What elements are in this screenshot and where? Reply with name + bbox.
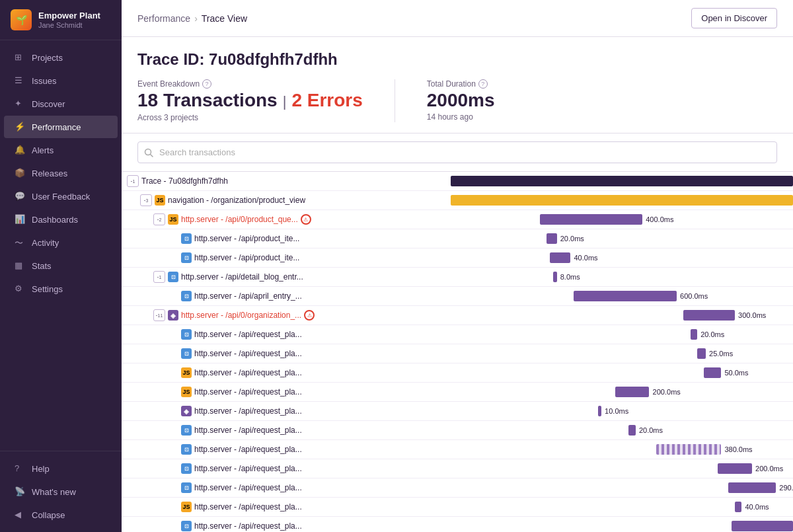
- search-input[interactable]: [137, 141, 777, 163]
- sidebar-item-label: Alerts: [32, 145, 54, 155]
- sidebar-item-stats[interactable]: ▦ Stats: [4, 254, 118, 277]
- discover-icon: ✦: [15, 98, 25, 109]
- trace-bar: [628, 425, 635, 436]
- sidebar-item-dashboards[interactable]: 📊 Dashboards: [4, 208, 118, 231]
- trace-right: 20.0ms: [451, 325, 793, 344]
- open-in-discover-button[interactable]: Open in Discover: [691, 8, 777, 28]
- transactions-count: 18 Transactions: [137, 91, 278, 110]
- settings-icon: ⚙: [15, 284, 25, 294]
- trace-left: ⊡http.server - /api/request_pla...: [122, 519, 451, 532]
- trace-left: -1⊡http.server - /api/detail_blog_entr..…: [122, 269, 451, 285]
- table-row: -2JShttp.server - /api/0/product_que...⚠…: [122, 210, 793, 229]
- server-icon: ⊡: [181, 348, 192, 359]
- trace-left: JShttp.server - /api/request_pla...: [122, 500, 451, 514]
- server-icon: ⊡: [181, 444, 192, 455]
- trace-title: Trace ID: 7u08dfghfh7dfhh: [137, 50, 777, 69]
- sidebar-item-releases[interactable]: 📦 Releases: [4, 162, 118, 184]
- trace-left: -11◈http.server - /api/0/organization_..…: [122, 307, 451, 323]
- breadcrumb-current: Trace View: [202, 13, 247, 24]
- sidebar-item-performance[interactable]: ⚡ Performance: [4, 116, 118, 138]
- trace-left: ⊡http.server - /api/request_pla...: [122, 480, 451, 495]
- bar-label: 300.0ms: [738, 311, 766, 319]
- js-icon: JS: [168, 214, 178, 225]
- sidebar-item-discover[interactable]: ✦ Discover: [4, 93, 118, 115]
- org-name: Empower Plant: [38, 11, 100, 21]
- sidebar-item-settings[interactable]: ⚙ Settings: [4, 278, 118, 300]
- stats-row: Event Breakdown ? 18 Transactions | 2 Er…: [137, 79, 777, 122]
- trace-bar: [547, 233, 557, 244]
- trace-name: http.server - /api/0/organization_...: [181, 311, 301, 320]
- trace-name: http.server - /api/request_pla...: [194, 521, 302, 531]
- trace-right: 50.0ms: [451, 363, 793, 382]
- bar-label: 290.0ms: [779, 484, 793, 492]
- sidebar-item-label: Releases: [32, 169, 67, 178]
- sidebar-bottom-help[interactable]: ? Help: [4, 457, 118, 480]
- trace-name: http.server - /api/product_ite...: [194, 253, 299, 262]
- trace-bar: [550, 252, 570, 263]
- trace-left: ⊡http.server - /api/april_entry_...: [122, 289, 451, 303]
- table-row: ⊡http.server - /api/request_pla...380.0m…: [122, 440, 793, 459]
- trace-name: http.server - /api/request_pla...: [194, 483, 302, 492]
- whats-new-icon: 📡: [15, 486, 25, 497]
- trace-name: http.server - /api/product_ite...: [194, 234, 299, 243]
- trace-bar: [656, 444, 721, 455]
- total-duration-help-icon[interactable]: ?: [478, 79, 488, 89]
- bar-label: 380.0ms: [724, 445, 752, 453]
- expand-button[interactable]: -2: [153, 213, 165, 225]
- expand-button[interactable]: -11: [153, 309, 165, 321]
- server-icon: ⊡: [181, 291, 192, 301]
- expand-button[interactable]: -1: [127, 175, 139, 187]
- breadcrumb-parent[interactable]: Performance: [137, 13, 190, 24]
- trace-left: ⊡http.server - /api/request_pla...: [122, 327, 451, 342]
- expand-button[interactable]: -3: [140, 194, 152, 206]
- bar-label: 600.0ms: [680, 292, 708, 300]
- user-feedback-icon: 💬: [15, 191, 25, 202]
- server-icon: ⊡: [181, 482, 192, 493]
- collapse-icon: ◀: [15, 510, 25, 520]
- table-row: -3JSnavigation - /organization/product_v…: [122, 191, 793, 210]
- server-icon: ⊡: [181, 425, 192, 436]
- trace-right: 360.0ms: [451, 517, 793, 532]
- sidebar-item-alerts[interactable]: 🔔 Alerts: [4, 139, 118, 161]
- sidebar-item-activity[interactable]: 〜 Activity: [4, 231, 118, 254]
- trace-right: 10.0ms: [451, 402, 793, 420]
- bar-label: 20.0ms: [560, 235, 584, 243]
- expand-button[interactable]: -1: [153, 271, 165, 283]
- table-row: ⊡http.server - /api/request_pla...25.0ms: [122, 344, 793, 363]
- sidebar-item-projects[interactable]: ⊞ Projects: [4, 46, 118, 69]
- trace-name: http.server - /api/request_pla...: [194, 445, 302, 454]
- trace-left: -1Trace - 7u08dfghfh7dfhh: [122, 173, 451, 189]
- bar-label: 40.0ms: [574, 254, 597, 262]
- page-header: Trace ID: 7u08dfghfh7dfhh Event Breakdow…: [122, 37, 793, 133]
- table-row: ⊡http.server - /api/request_pla...20.0ms: [122, 325, 793, 344]
- event-breakdown-help-icon[interactable]: ?: [202, 79, 211, 89]
- sidebar-item-label: Stats: [32, 261, 52, 271]
- table-row: ⊡http.server - /api/request_pla...20.0ms: [122, 421, 793, 440]
- trace-bar: [718, 463, 752, 474]
- trace-name: http.server - /api/request_pla...: [194, 426, 302, 435]
- js-icon: JS: [181, 502, 192, 512]
- trace-left: ⊡http.server - /api/request_pla...: [122, 461, 451, 476]
- trace-bar: [574, 291, 676, 301]
- table-row: ⊡http.server - /api/request_pla...200.0m…: [122, 459, 793, 478]
- breadcrumb: Performance › Trace View: [137, 13, 247, 24]
- sidebar-item-label: Dashboards: [32, 215, 78, 225]
- table-row: ⊡http.server - /api/product_ite...40.0ms: [122, 248, 793, 268]
- sidebar-item-issues[interactable]: ☰ Issues: [4, 69, 118, 92]
- sidebar-item-label: Settings: [32, 284, 63, 294]
- breadcrumb-separator: ›: [194, 13, 198, 24]
- bar-label: 50.0ms: [724, 369, 748, 377]
- sidebar-bottom-whats-new[interactable]: 📡 What's new: [4, 480, 118, 503]
- trace-right: 300.0ms: [451, 306, 793, 324]
- trace-left: ⊡http.server - /api/product_ite...: [122, 231, 451, 246]
- trace-bar: [697, 348, 706, 359]
- sidebar-item-label: Issues: [32, 76, 57, 86]
- stat-divider: [395, 79, 395, 122]
- sidebar: 🌱 Empower Plant Jane Schmidt ⊞ Projects …: [0, 0, 122, 532]
- trace-bar: [683, 310, 735, 321]
- trace-name: http.server - /api/request_pla...: [194, 406, 302, 416]
- sidebar-header: 🌱 Empower Plant Jane Schmidt: [0, 0, 122, 40]
- sidebar-bottom-collapse[interactable]: ◀ Collapse: [4, 504, 118, 526]
- sidebar-item-user-feedback[interactable]: 💬 User Feedback: [4, 185, 118, 208]
- sidebar-bottom-label: Help: [32, 464, 50, 474]
